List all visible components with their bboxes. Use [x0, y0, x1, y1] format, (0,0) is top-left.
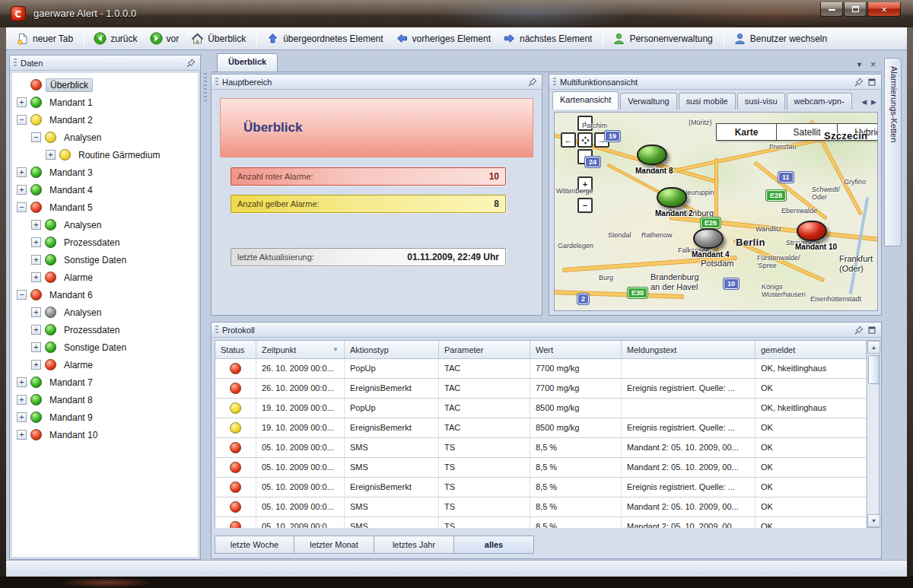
- panel-grip[interactable]: [215, 78, 218, 87]
- pan-center-button[interactable]: [577, 132, 593, 148]
- plus-expander-icon[interactable]: +: [31, 220, 41, 230]
- map-view[interactable]: ↑ ← → ↓ + − Karte Satellit Hybrid Parchi…: [554, 112, 878, 311]
- tree-item-mandant-1[interactable]: +Mandant 1: [12, 94, 198, 111]
- tree-item-analysen[interactable]: +Analysen: [12, 216, 198, 234]
- pin-icon[interactable]: [186, 58, 196, 68]
- pin-icon[interactable]: [854, 77, 864, 87]
- tree-item-mandant-2[interactable]: −Mandant 2: [12, 111, 198, 129]
- table-row[interactable]: 05. 10. 2009 00:0...SMSTS8,5 %Mandant 2:…: [215, 438, 867, 458]
- tab-webcam-vpn[interactable]: webcam-vpn-: [787, 93, 852, 110]
- filter-button-alles[interactable]: alles: [454, 536, 534, 554]
- plus-expander-icon[interactable]: +: [17, 395, 27, 405]
- minus-expander-icon[interactable]: −: [17, 115, 27, 125]
- filter-button-letzte-woche[interactable]: letzte Woche: [215, 536, 294, 554]
- column-header-aktionstyp[interactable]: Aktionstyp: [345, 341, 439, 358]
- tree-item-mandant-3[interactable]: +Mandant 3: [12, 164, 198, 181]
- vertical-scrollbar[interactable]: ▲ ▼: [867, 341, 879, 527]
- toolbar-button-überblick[interactable]: Überblick: [186, 29, 253, 48]
- table-row[interactable]: 05. 10. 2009 00:0...EreignisBemerktTS8,5…: [215, 478, 867, 497]
- toolbar-button-übergeordnetes-element[interactable]: übergeordnetes Element: [261, 29, 390, 48]
- toolbar-button-neuer-tab[interactable]: neuer Tab: [11, 29, 80, 48]
- minus-expander-icon[interactable]: −: [17, 290, 27, 300]
- plus-expander-icon[interactable]: +: [31, 237, 41, 247]
- plus-expander-icon[interactable]: +: [31, 307, 41, 317]
- tree-item-mandant-5[interactable]: −Mandant 5: [12, 199, 198, 216]
- tree-item-mandant-8[interactable]: +Mandant 8: [12, 391, 198, 408]
- toolbar-button-nächstes-element[interactable]: nächstes Element: [498, 29, 599, 48]
- plus-expander-icon[interactable]: +: [17, 97, 27, 107]
- tree-item-alarme[interactable]: +Alarme: [12, 269, 198, 286]
- map-type-karte-button[interactable]: Karte: [716, 123, 777, 141]
- scroll-down-button[interactable]: ▼: [867, 514, 880, 527]
- tab-susi-mobile[interactable]: susi mobile: [679, 93, 736, 110]
- maximize-panel-icon[interactable]: [867, 77, 877, 87]
- tree-item-routine-gärmedium[interactable]: +Routine Gärmedium: [12, 146, 198, 164]
- column-header-wert[interactable]: Wert: [530, 341, 622, 358]
- plus-expander-icon[interactable]: +: [31, 325, 41, 335]
- column-header-meldungstext[interactable]: Meldungstext: [622, 341, 756, 358]
- minus-expander-icon[interactable]: −: [17, 202, 27, 212]
- pan-left-button[interactable]: ←: [561, 132, 576, 148]
- plus-expander-icon[interactable]: +: [17, 185, 27, 195]
- plus-expander-icon[interactable]: +: [31, 272, 41, 282]
- table-row[interactable]: 19. 10. 2009 00:0...EreignisBemerktTAC85…: [215, 418, 867, 438]
- tab-susi-visu[interactable]: susi-visu: [737, 93, 785, 110]
- plus-expander-icon[interactable]: +: [17, 167, 27, 177]
- tab-verwaltung[interactable]: Verwaltung: [620, 93, 676, 110]
- maximize-panel-icon[interactable]: [867, 325, 877, 335]
- tree-item-mandant-9[interactable]: +Mandant 9: [12, 408, 198, 426]
- tree-item-mandant-6[interactable]: −Mandant 6: [12, 286, 198, 304]
- toolbar-button-benutzer-wechseln[interactable]: Benutzer wechseln: [728, 29, 834, 48]
- toolbar-button-personenverwaltung[interactable]: Personenverwaltung: [607, 29, 719, 48]
- table-row[interactable]: 05. 10. 2009 00:0...SMSTS8,5 %Mandant 2:…: [215, 458, 867, 478]
- plus-expander-icon[interactable]: +: [17, 412, 27, 422]
- panel-grip[interactable]: [215, 326, 218, 335]
- toolbar-button-vorheriges-element[interactable]: vorheriges Element: [390, 29, 498, 48]
- maximize-button[interactable]: [844, 2, 867, 17]
- splitter[interactable]: [204, 73, 207, 103]
- table-row[interactable]: 05. 10. 2009 00:0...SMSTS8,5 %Mandant 2:…: [215, 497, 867, 517]
- toolbar-button-zurück[interactable]: zurück: [88, 29, 144, 48]
- tab-alarmierungs-ketten[interactable]: Alarmierungs-Ketten: [884, 58, 902, 246]
- column-header-gemeldet[interactable]: gemeldet: [756, 341, 867, 358]
- title-bar[interactable]: gaerware Alert - 1.0.0.0 ×: [0, 0, 913, 27]
- tree-item-mandant-10[interactable]: +Mandant 10: [12, 426, 198, 443]
- panel-grip[interactable]: [14, 59, 17, 68]
- tab-scroll-left-icon[interactable]: ◀: [860, 97, 868, 106]
- map-marker-mandant-10[interactable]: [797, 221, 827, 241]
- tree-item-prozessdaten[interactable]: +Prozessdaten: [12, 321, 198, 338]
- tree-item-sonstige-daten[interactable]: +Sonstige Daten: [12, 338, 198, 356]
- column-header-zeitpunkt[interactable]: Zeitpunkt▼: [256, 341, 345, 358]
- tab-kartenansicht[interactable]: Kartenansicht: [552, 91, 619, 110]
- tree-item-mandant-7[interactable]: +Mandant 7: [12, 373, 198, 391]
- tab-scroll-right-icon[interactable]: ▶: [870, 97, 878, 106]
- pin-icon[interactable]: [854, 325, 864, 335]
- tree-item-prozessdaten[interactable]: +Prozessdaten: [12, 234, 198, 251]
- close-button[interactable]: ×: [867, 2, 901, 17]
- column-header-status[interactable]: Status: [215, 341, 256, 358]
- plus-expander-icon[interactable]: +: [31, 255, 41, 265]
- filter-button-letztes-jahr[interactable]: letztes Jahr: [374, 536, 454, 554]
- table-row[interactable]: 05. 10. 2009 00:0...SMSTS8,5 %Mandant 2:…: [215, 517, 867, 528]
- filter-button-letzter-monat[interactable]: letzter Monat: [294, 536, 374, 554]
- map-marker-mandant-8[interactable]: [637, 145, 667, 165]
- minimize-button[interactable]: [820, 2, 843, 17]
- panel-grip[interactable]: [553, 78, 556, 87]
- tree-item-alarme[interactable]: +Alarme: [12, 356, 198, 373]
- tree-item-sonstige-daten[interactable]: +Sonstige Daten: [12, 251, 198, 269]
- minus-expander-icon[interactable]: −: [31, 132, 41, 142]
- table-row[interactable]: 19. 10. 2009 00:0...PopUpTAC8500 mg/kgOK…: [215, 399, 867, 418]
- tab-close-button[interactable]: ×: [867, 59, 879, 70]
- column-header-parameter[interactable]: Parameter: [439, 341, 530, 358]
- tree-item-mandant-4[interactable]: +Mandant 4: [12, 181, 198, 199]
- tree-item-analysen[interactable]: −Analysen: [12, 129, 198, 146]
- toolbar-button-vor[interactable]: vor: [145, 29, 186, 48]
- pin-icon[interactable]: [527, 77, 538, 87]
- plus-expander-icon[interactable]: +: [17, 377, 27, 387]
- plus-expander-icon[interactable]: +: [17, 430, 27, 440]
- plus-expander-icon[interactable]: +: [31, 360, 41, 370]
- plus-expander-icon[interactable]: +: [46, 150, 56, 160]
- plus-expander-icon[interactable]: +: [31, 342, 41, 352]
- table-row[interactable]: 26. 10. 2009 00:0...PopUpTAC7700 mg/kgOK…: [215, 359, 867, 379]
- zoom-out-button[interactable]: −: [577, 198, 593, 213]
